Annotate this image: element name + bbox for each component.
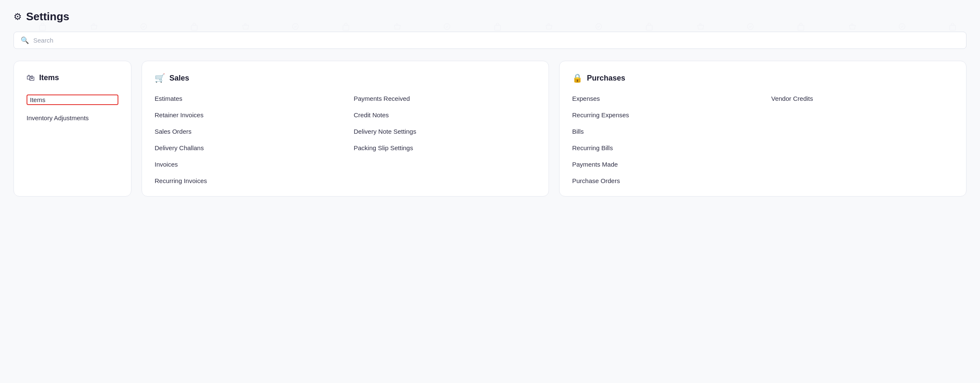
- sales-card-title: Sales: [169, 74, 189, 83]
- svg-rect-8: [646, 25, 652, 30]
- sales-link-packing-slip-settings[interactable]: Packing Slip Settings: [354, 144, 536, 151]
- search-icon: 🔍: [21, 36, 29, 44]
- svg-point-11: [899, 24, 905, 30]
- items-icon: 🛍: [27, 73, 35, 83]
- sales-card-header: 🛒 Sales: [155, 73, 536, 83]
- purchases-icon: 🔒: [572, 73, 583, 83]
- svg-point-1: [141, 24, 147, 30]
- sales-content: Estimates Retainer Invoices Sales Orders…: [155, 95, 536, 184]
- items-card: 🛍 Items Items Inventory Adjustments: [13, 61, 131, 197]
- purchases-link-expenses[interactable]: Expenses: [572, 95, 755, 102]
- svg-rect-6: [495, 25, 501, 30]
- purchases-card: 🔒 Purchases Expenses Recurring Expenses …: [559, 61, 967, 197]
- purchases-link-recurring-expenses[interactable]: Recurring Expenses: [572, 111, 755, 119]
- items-link-items[interactable]: Items: [27, 94, 118, 105]
- items-card-title: Items: [39, 73, 59, 82]
- purchases-card-header: 🔒 Purchases: [572, 73, 953, 83]
- sales-col-2: Payments Received Credit Notes Delivery …: [354, 95, 536, 184]
- purchases-link-payments-made[interactable]: Payments Made: [572, 161, 755, 168]
- sales-link-payments-received[interactable]: Payments Received: [354, 95, 536, 102]
- sales-link-estimates[interactable]: Estimates: [155, 95, 337, 102]
- svg-rect-2: [191, 25, 197, 30]
- purchases-col-1: Expenses Recurring Expenses Bills Recurr…: [572, 95, 755, 184]
- purchases-link-vendor-credits[interactable]: Vendor Credits: [771, 95, 954, 102]
- page-title: Settings: [26, 10, 70, 23]
- purchases-content: Expenses Recurring Expenses Bills Recurr…: [572, 95, 953, 184]
- cards-grid: 🛍 Items Items Inventory Adjustments 🛒 Sa…: [13, 61, 967, 197]
- search-input[interactable]: [33, 37, 959, 44]
- purchases-col-2: Vendor Credits: [771, 95, 954, 184]
- svg-rect-12: [950, 25, 956, 30]
- svg-point-9: [747, 24, 753, 30]
- items-card-header: 🛍 Items: [27, 73, 118, 83]
- svg-rect-4: [343, 25, 349, 30]
- sales-col-1: Estimates Retainer Invoices Sales Orders…: [155, 95, 337, 184]
- sales-link-sales-orders[interactable]: Sales Orders: [155, 128, 337, 135]
- items-link-inventory-adjustments[interactable]: Inventory Adjustments: [27, 114, 118, 121]
- sales-link-credit-notes[interactable]: Credit Notes: [354, 111, 536, 119]
- sales-link-invoices[interactable]: Invoices: [155, 161, 337, 168]
- purchases-link-bills[interactable]: Bills: [572, 128, 755, 135]
- sales-link-delivery-note-settings[interactable]: Delivery Note Settings: [354, 128, 536, 135]
- gear-icon: ⚙: [13, 11, 22, 22]
- items-list: Items Inventory Adjustments: [27, 94, 118, 121]
- svg-rect-10: [798, 25, 804, 30]
- sales-card: 🛒 Sales Estimates Retainer Invoices Sale…: [142, 61, 549, 197]
- sales-link-recurring-invoices[interactable]: Recurring Invoices: [155, 177, 337, 184]
- purchases-card-title: Purchases: [587, 74, 625, 83]
- sales-link-retainer-invoices[interactable]: Retainer Invoices: [155, 111, 337, 119]
- purchases-link-recurring-bills[interactable]: Recurring Bills: [572, 144, 755, 151]
- purchases-link-purchase-orders[interactable]: Purchase Orders: [572, 177, 755, 184]
- svg-point-3: [292, 24, 298, 30]
- sales-link-delivery-challans[interactable]: Delivery Challans: [155, 144, 337, 151]
- svg-point-5: [444, 24, 450, 30]
- svg-rect-0: [40, 25, 46, 30]
- sales-icon: 🛒: [155, 73, 165, 83]
- search-bar[interactable]: 🔍: [13, 32, 967, 49]
- svg-point-7: [596, 24, 602, 30]
